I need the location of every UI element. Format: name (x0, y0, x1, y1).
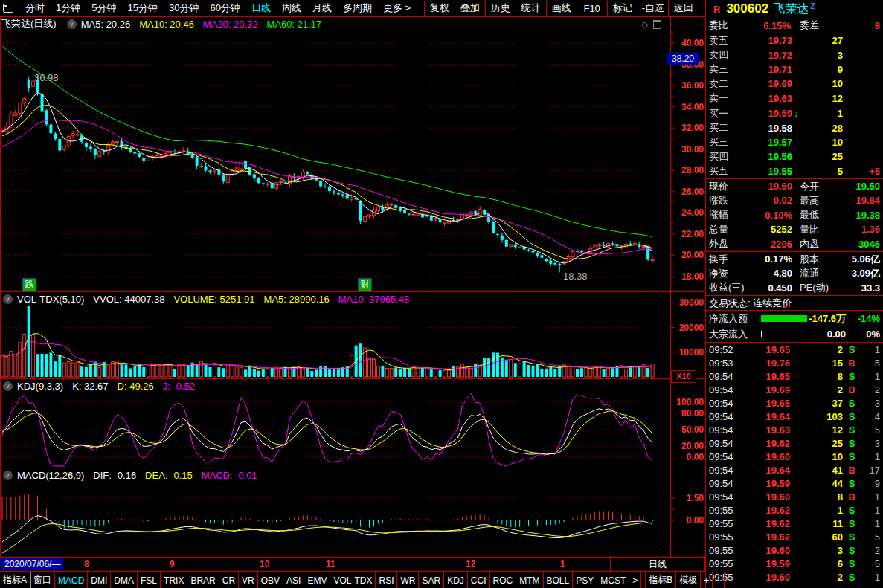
indicator-tab[interactable]: > (629, 572, 641, 588)
collapse-icon[interactable]: ∨ (3, 471, 13, 480)
ask-row[interactable]: 卖五19.7327 (706, 33, 883, 48)
period-tab[interactable]: 15分钟 (127, 1, 157, 15)
tx-count: 1 (861, 518, 880, 529)
event-marker-tag[interactable]: 跌 (22, 278, 36, 291)
indicator-tab[interactable]: BOLL (544, 572, 574, 588)
toolbar-button[interactable]: 画线 (546, 1, 577, 16)
period-tab[interactable]: 1分钟 (56, 1, 80, 15)
ask-row[interactable]: 卖四19.723 (706, 48, 883, 62)
ask-row[interactable]: 卖二19.6910 (706, 77, 883, 91)
order-book: 卖五19.7327卖四19.723卖三19.719卖二19.6910卖一19.6… (706, 33, 883, 178)
tx-direction: S (843, 572, 861, 583)
toolbar-button[interactable]: 历史 (485, 1, 516, 16)
indicator-tab[interactable]: ROC (490, 572, 517, 588)
toolbar-buttons: 复权叠加历史统计画线F10标记-自选返回 (425, 1, 699, 16)
indicator-tab[interactable]: 窗口 (30, 572, 55, 588)
toolbar-button[interactable]: 标记 (607, 1, 638, 16)
weicha-label: 委差 (800, 19, 837, 32)
stat-label: 涨跌 (709, 194, 757, 207)
tx-time: 09:55 (709, 518, 742, 529)
toolbar-button[interactable]: F10 (577, 1, 608, 16)
indicator-tab[interactable]: WR (397, 572, 419, 588)
tx-direction: S (843, 411, 861, 422)
indicator-tab[interactable]: ASI (283, 572, 304, 588)
indicator-tab[interactable]: 指标B (645, 572, 676, 588)
period-tab[interactable]: 月线 (312, 1, 332, 15)
toolbar-button[interactable]: 统计 (516, 1, 547, 16)
indicator-value: MA20: 20.32 (203, 19, 258, 30)
weicha-value: 8 (837, 20, 880, 31)
bid-row[interactable]: 买一19.59↓1 (706, 106, 883, 120)
tx-price: 19.65 (742, 371, 790, 382)
period-tab[interactable]: 30分钟 (169, 1, 199, 15)
indicator-tab[interactable]: PSY (573, 572, 597, 588)
indicator-tab[interactable]: TRIX (161, 572, 187, 588)
bid-row[interactable]: 买三19.5710 (706, 135, 883, 149)
indicator-tab[interactable]: MACD (55, 572, 88, 588)
period-label[interactable]: 日线 (610, 557, 705, 572)
tx-price: 19.62 (742, 438, 790, 449)
period-tab[interactable]: 周线 (282, 1, 301, 15)
book-price: 19.63 (739, 93, 792, 104)
toolbar-button[interactable]: 复权 (424, 1, 455, 16)
stock-superscript: Z (810, 1, 815, 10)
diamond-icon[interactable]: ◇ (641, 19, 648, 30)
indicator-tab[interactable]: MTM (516, 572, 543, 588)
event-marker-tag[interactable]: 财 (358, 278, 372, 291)
book-price: 19.56 (739, 151, 792, 162)
bid-row[interactable]: 买二19.5828 (706, 120, 883, 135)
stat-row: 涨幅0.10%最低19.38 (706, 208, 883, 222)
indicator-tab[interactable]: 模板 (676, 572, 701, 588)
tx-volume: 37 (790, 398, 843, 409)
ask-row[interactable]: 卖一19.6312 (706, 91, 883, 106)
tx-time: 09:52 (709, 344, 742, 355)
transaction-list[interactable]: 09:5219.652S109:5319.7615B509:5419.658S1… (706, 343, 883, 584)
toolbar-button[interactable]: 返回 (668, 1, 699, 16)
book-price: 19.71 (739, 64, 792, 75)
collapse-icon[interactable]: ∨ (67, 19, 77, 29)
stat-row: 换手0.17%股本5.06亿 (706, 252, 883, 266)
tx-time: 09:54 (709, 411, 742, 422)
window-icon[interactable] (0, 0, 16, 16)
book-volume: 25 (805, 151, 843, 162)
axis-cursor-tag: 38.20 (667, 53, 699, 65)
collapse-icon[interactable]: ∨ (3, 294, 13, 304)
collapse-icon[interactable]: ∨ (3, 381, 13, 391)
indicator-tab[interactable]: CR (219, 572, 239, 588)
transaction-row: 09:5519.596S5 (706, 557, 883, 570)
maximize-icon[interactable] (653, 20, 661, 29)
indicator-tab[interactable]: VOL-TDX (330, 572, 376, 588)
tx-time: 09:54 (709, 398, 742, 409)
period-tab[interactable]: 分时 (25, 1, 45, 15)
ask-row[interactable]: 卖三19.719 (706, 62, 883, 77)
indicator-tab[interactable]: OBV (258, 572, 283, 588)
indicator-tab[interactable]: CCI (468, 572, 490, 588)
period-tab[interactable]: 更多 > (383, 1, 411, 15)
main-chart-header: 飞荣达(日线)∨MA5: 20.26MA10: 20.46MA20: 20.32… (1, 18, 330, 30)
bid-row[interactable]: 买五19.555+5 (706, 164, 883, 178)
transaction-row: 09:5419.64103S4 (706, 410, 883, 423)
indicator-tab[interactable]: + (701, 572, 713, 588)
indicator-tab[interactable]: − (713, 572, 725, 588)
period-tab[interactable]: 多周期 (343, 1, 372, 15)
indicator-tab[interactable]: DMI (88, 572, 111, 588)
bid-row[interactable]: 买四19.5625 (706, 149, 883, 164)
indicator-tab[interactable]: BRAR (187, 572, 219, 588)
indicator-tab[interactable]: FSL (138, 572, 161, 588)
indicator-tab[interactable]: RSI (376, 572, 397, 588)
indicator-tab[interactable]: MCST (597, 572, 629, 588)
indicator-tab[interactable]: KDJ (444, 572, 468, 588)
indicator-tab[interactable]: DMA (111, 572, 138, 588)
toolbar-button[interactable]: -自选 (638, 1, 669, 16)
indicator-tab[interactable]: VR (239, 572, 258, 588)
indicator-tab[interactable]: 指标A (0, 572, 30, 588)
stat-label: 内盘 (800, 237, 843, 251)
period-tab[interactable]: 60分钟 (210, 1, 240, 15)
period-tab[interactable]: 5分钟 (91, 1, 116, 15)
period-tab[interactable]: 日线 (251, 1, 271, 15)
indicator-tab[interactable]: SAR (419, 572, 444, 588)
axis-label: 100.00 (671, 397, 704, 407)
indicator-tab[interactable]: EMV (304, 572, 330, 588)
tx-volume: 25 (790, 438, 843, 449)
toolbar-button[interactable]: 叠加 (455, 1, 486, 16)
